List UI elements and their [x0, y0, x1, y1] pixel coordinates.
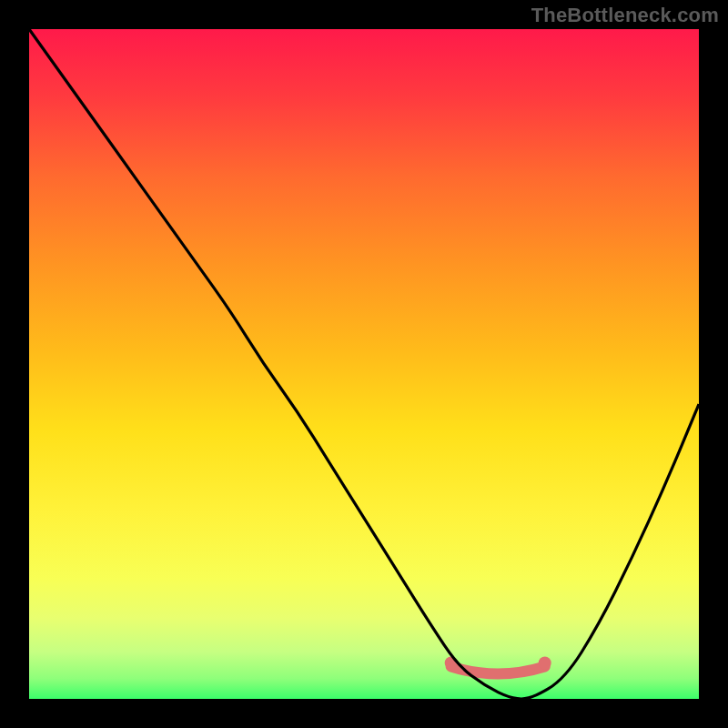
plot-background	[29, 29, 699, 699]
chart-frame: TheBottleneck.com	[0, 0, 728, 728]
bottleneck-chart	[0, 0, 728, 728]
highlight-dot-right	[539, 657, 551, 670]
watermark-text: TheBottleneck.com	[531, 4, 719, 27]
